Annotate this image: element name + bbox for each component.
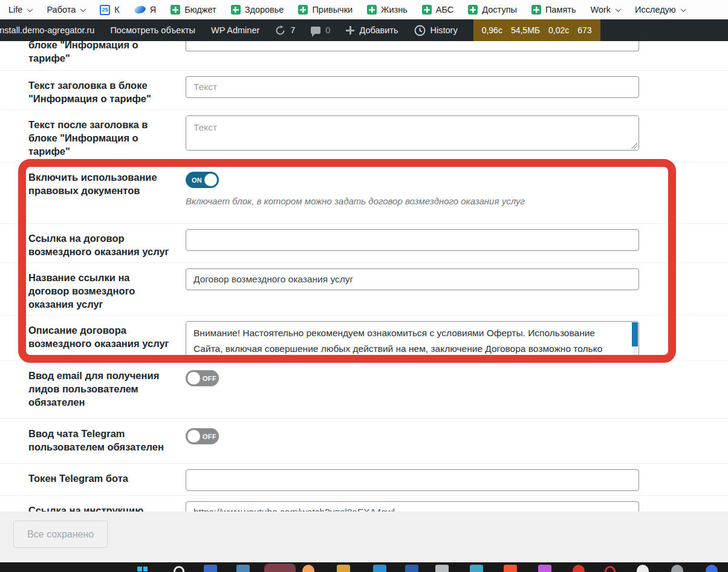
history-label: History: [431, 25, 458, 35]
tariff-after-heading-textarea[interactable]: [186, 115, 639, 151]
bookmark-label: Исследую: [635, 5, 676, 15]
field-label: блоке "Информация о тарифе": [28, 41, 186, 65]
dark-ring-app-icon[interactable]: [174, 566, 184, 572]
tariff-heading-input[interactable]: [186, 76, 639, 98]
blue-book-app-icon[interactable]: [405, 565, 418, 572]
maroon-active-app-icon[interactable]: [264, 564, 296, 572]
comment-bubble-icon: [311, 27, 320, 34]
windows-logo-icon[interactable]: [137, 567, 148, 572]
blue-panel-app-icon[interactable]: [204, 565, 217, 572]
field-label: Ссылка на договор возмездного оказания у…: [28, 228, 186, 258]
bookmark-label: Доступы: [482, 5, 517, 15]
highlighted-section: Включить использование правовых документ…: [0, 163, 728, 361]
chevron-down-icon: [80, 6, 86, 12]
sheet-icon: [422, 5, 432, 15]
bookmark-label: Жизнь: [381, 5, 408, 15]
query-monitor-panel[interactable]: 0,96с 54,5МБ 0,02с 673: [473, 19, 600, 41]
tariff-info-input[interactable]: [186, 41, 639, 51]
contract-url-input[interactable]: [186, 229, 639, 251]
purple-app-icon[interactable]: [538, 565, 551, 572]
bookmark-label: Life: [8, 5, 22, 15]
terminal-app-icon[interactable]: [236, 565, 250, 572]
form-row-email-required: Ввод email для получения лидов пользоват…: [0, 361, 728, 419]
blue-badge-app-icon[interactable]: [706, 565, 718, 572]
chevron-down-icon: [616, 6, 622, 12]
white-circle-app-icon[interactable]: [637, 565, 649, 572]
toggle-state-label: OFF: [203, 433, 216, 440]
gray-window-app-icon[interactable]: [435, 565, 449, 572]
gray-circle-app-icon[interactable]: [671, 565, 683, 572]
wp-adminer-label: WP Adminer: [211, 25, 259, 35]
bookmark-folder-work[interactable]: Work: [590, 5, 620, 15]
instruction-url-input[interactable]: [186, 501, 639, 512]
field-label: Текст после заголовка в блоке "Информаци…: [28, 114, 186, 158]
red-circle-app-icon[interactable]: [573, 565, 585, 572]
contract-link-name-input[interactable]: [186, 268, 639, 290]
save-button[interactable]: Все сохранено: [13, 521, 108, 548]
qm-memory: 54,5МБ: [511, 25, 540, 35]
resize-handle[interactable]: [631, 143, 637, 149]
comments-count: 0: [325, 25, 330, 35]
toggle-knob: [187, 430, 200, 443]
folder-app-icon[interactable]: [337, 565, 350, 572]
field-label: Ввод email для получения лидов пользоват…: [28, 365, 186, 409]
admin-bar-new[interactable]: Добавить: [346, 25, 398, 35]
telegram-chat-required-toggle[interactable]: OFF: [186, 428, 219, 444]
lens-icon: [134, 5, 146, 15]
bookmark-folder-research[interactable]: Исследую: [635, 5, 686, 15]
bookmark-calendar-k[interactable]: 25 К: [100, 5, 119, 15]
history-clock-icon: [414, 25, 426, 36]
bookmark-lens-ya[interactable]: Я: [134, 5, 156, 15]
red-ring-app-icon[interactable]: [605, 566, 616, 572]
bookmark-access[interactable]: Доступы: [468, 5, 517, 15]
chevron-down-icon: [680, 6, 686, 12]
textarea-scrollbar-track[interactable]: [632, 346, 638, 355]
form-row-telegram-chat-required: Ввод чата Telegram пользователем обязате…: [0, 419, 728, 464]
bookmark-label: Привычки: [312, 5, 353, 15]
form-row-telegram-bot-token: Токен Telegram бота: [0, 464, 728, 496]
admin-bar-comments[interactable]: 0: [311, 25, 330, 35]
bookmark-label: Здоровье: [245, 5, 284, 15]
admin-bar-view-objects[interactable]: Посмотреть объекты: [110, 25, 195, 35]
updates-count: 7: [290, 25, 295, 35]
bookmark-label: Память: [545, 5, 576, 15]
view-objects-label: Посмотреть объекты: [110, 25, 195, 35]
bookmark-abs[interactable]: АБС: [422, 5, 454, 15]
qm-db-queries: 673: [577, 25, 591, 35]
textarea-scrollbar-thumb[interactable]: [632, 322, 638, 346]
toggle-state-label: ON: [192, 177, 202, 184]
teal-window-app-icon[interactable]: [470, 565, 483, 572]
calendar-icon: 25: [100, 5, 110, 15]
bookmark-habits[interactable]: Привычки: [298, 5, 353, 15]
taskbar[interactable]: [0, 562, 728, 572]
email-required-toggle[interactable]: OFF: [186, 370, 219, 386]
orange-red-app-icon[interactable]: [504, 565, 517, 572]
form-row-contract-url: Ссылка на договор возмездного оказания у…: [0, 224, 728, 263]
add-new-label: Добавить: [359, 25, 398, 35]
textarea-input[interactable]: [186, 116, 639, 150]
bookmark-life[interactable]: Жизнь: [367, 5, 408, 15]
form-footer: Все сохранено: [0, 512, 728, 562]
telegram-bot-token-input[interactable]: [186, 469, 639, 491]
admin-bar-site-name[interactable]: install.demo-agregator.ru: [0, 25, 94, 35]
bookmark-folder-rabota[interactable]: Работа: [47, 5, 85, 15]
field-label: Токен Telegram бота: [28, 468, 186, 491]
admin-bar-history[interactable]: History: [414, 25, 458, 36]
orange-circle-app-icon[interactable]: [302, 565, 314, 572]
bookmark-label: Я: [150, 5, 156, 15]
bookmark-folder-life[interactable]: Life: [8, 5, 32, 15]
bookmark-memory[interactable]: Память: [531, 5, 576, 15]
bookmark-health[interactable]: Здоровье: [231, 5, 284, 15]
field-label: Текст заголовка в блоке "Информация о та…: [28, 75, 186, 105]
legal-docs-toggle[interactable]: ON: [186, 172, 219, 188]
bookmark-budget[interactable]: Бюджет: [171, 5, 216, 15]
admin-bar-wp-adminer[interactable]: WP Adminer: [211, 25, 259, 35]
wp-admin-bar: install.demo-agregator.ru Посмотреть объ…: [0, 19, 728, 41]
field-label: Название ссылки на договор возмездного о…: [28, 267, 186, 311]
site-name-label: install.demo-agregator.ru: [0, 25, 94, 35]
admin-bar-updates[interactable]: 7: [275, 25, 295, 36]
textarea-input[interactable]: Внимание! Настоятельно рекомендуем ознак…: [186, 322, 639, 356]
field-label: Ввод чата Telegram пользователем обязате…: [28, 423, 186, 453]
blue-window-app-icon[interactable]: [373, 565, 386, 572]
contract-description-textarea[interactable]: Внимание! Настоятельно рекомендуем ознак…: [186, 321, 639, 356]
